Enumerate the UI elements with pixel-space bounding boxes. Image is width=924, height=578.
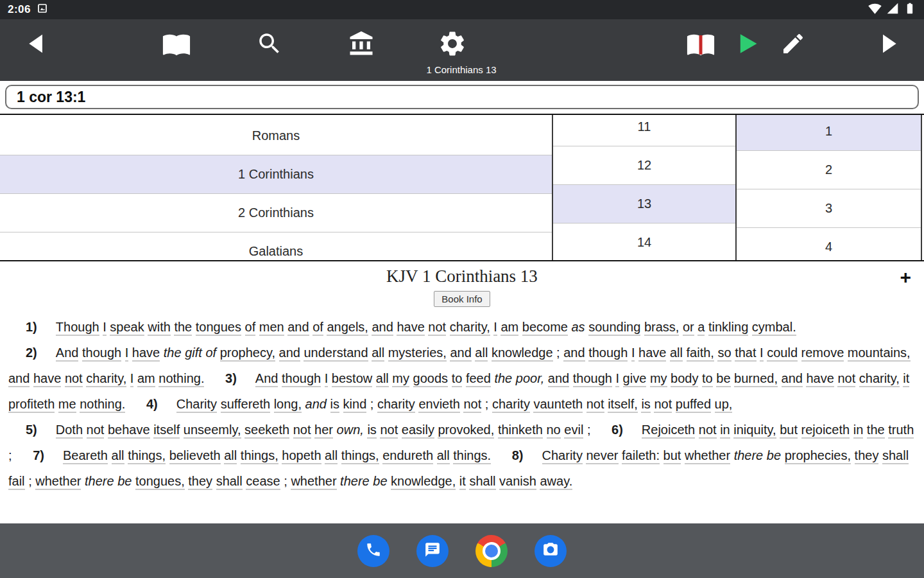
word[interactable]: though xyxy=(588,346,628,362)
word[interactable]: the xyxy=(164,346,182,360)
word[interactable]: burned, xyxy=(734,371,778,387)
word[interactable]: things, xyxy=(128,448,166,464)
word[interactable]: puffed xyxy=(676,397,711,413)
word[interactable]: remove xyxy=(801,346,844,362)
camera-app-button[interactable] xyxy=(535,535,567,567)
word[interactable]: charity xyxy=(492,397,530,413)
word[interactable]: prophecy, xyxy=(220,346,275,362)
word[interactable]: never xyxy=(586,448,618,464)
word[interactable]: nothing. xyxy=(80,397,125,413)
picker-row[interactable]: 2 xyxy=(737,151,921,189)
word[interactable]: is xyxy=(367,423,376,439)
picker-row[interactable]: Romans xyxy=(0,117,552,155)
word[interactable]: mountains, xyxy=(848,346,911,362)
word[interactable]: ; xyxy=(370,397,374,412)
word[interactable]: and xyxy=(548,371,569,387)
word[interactable]: charity, xyxy=(450,320,490,336)
edit-button[interactable] xyxy=(774,26,812,63)
word[interactable]: I xyxy=(615,371,619,387)
word[interactable]: though xyxy=(282,371,321,387)
word[interactable]: not xyxy=(87,423,105,439)
word[interactable]: have xyxy=(33,371,61,387)
word[interactable]: itself xyxy=(153,423,180,439)
word[interactable]: ; xyxy=(556,346,560,360)
word[interactable]: own, xyxy=(337,423,364,437)
word[interactable]: vanish xyxy=(499,474,536,490)
word[interactable]: to xyxy=(452,371,463,387)
word[interactable]: things, xyxy=(341,448,379,464)
word[interactable]: goods xyxy=(413,371,449,387)
word[interactable]: though xyxy=(573,371,612,387)
word[interactable]: though xyxy=(82,346,121,362)
word[interactable]: easily xyxy=(402,423,434,439)
picker-row[interactable]: 14 xyxy=(553,223,735,260)
picker-row[interactable]: 2 Corinthians xyxy=(0,194,552,232)
word[interactable]: but xyxy=(663,448,681,464)
word[interactable]: all xyxy=(670,346,683,362)
word[interactable]: to xyxy=(702,371,713,387)
word[interactable]: that xyxy=(735,346,756,362)
word[interactable]: shall xyxy=(469,474,495,490)
word[interactable]: faith, xyxy=(687,346,714,362)
word[interactable]: have xyxy=(397,320,424,336)
word[interactable]: so xyxy=(717,346,731,362)
word[interactable]: Doth xyxy=(56,423,83,439)
word[interactable]: not xyxy=(837,371,855,387)
word[interactable]: not xyxy=(586,397,604,413)
verse-number[interactable]: 2) xyxy=(26,346,37,360)
word[interactable]: not xyxy=(699,423,717,439)
word[interactable]: am xyxy=(501,320,518,336)
word[interactable]: with xyxy=(148,320,171,336)
word[interactable]: I xyxy=(325,371,329,387)
word[interactable]: profiteth xyxy=(8,397,55,413)
picker-row[interactable]: 3 xyxy=(737,189,921,228)
word[interactable]: itself, xyxy=(608,397,638,413)
word[interactable]: and xyxy=(450,346,471,362)
word[interactable]: my xyxy=(392,371,409,387)
word[interactable]: Though xyxy=(56,320,99,336)
word[interactable]: of xyxy=(312,320,323,336)
verse-number[interactable]: 4) xyxy=(146,397,158,411)
word[interactable]: provoked, xyxy=(438,423,494,439)
picker-row[interactable]: Galatians xyxy=(0,232,552,260)
word[interactable]: I xyxy=(631,346,635,362)
word[interactable]: it xyxy=(459,474,466,490)
word[interactable]: be xyxy=(117,474,132,489)
word[interactable]: tongues xyxy=(196,320,241,336)
word[interactable]: thinketh xyxy=(498,423,543,439)
picker-row[interactable]: 11 xyxy=(553,115,735,146)
word[interactable]: not xyxy=(463,397,481,413)
word[interactable]: not xyxy=(293,423,311,439)
word[interactable]: ; xyxy=(284,474,287,489)
word[interactable]: no xyxy=(547,423,561,439)
verse-number[interactable]: 6) xyxy=(612,423,623,437)
word[interactable]: a xyxy=(697,320,705,336)
word[interactable]: all xyxy=(112,448,124,464)
word[interactable]: there xyxy=(340,474,370,489)
word[interactable]: evil xyxy=(564,423,583,439)
word[interactable]: hopeth xyxy=(282,448,321,464)
chrome-app-button[interactable] xyxy=(475,535,508,567)
play-button[interactable] xyxy=(727,26,766,63)
word[interactable]: seeketh xyxy=(244,423,289,439)
word[interactable]: suffereth xyxy=(221,397,270,413)
word[interactable]: me xyxy=(58,397,76,413)
word[interactable]: prophecies, xyxy=(785,448,851,464)
word[interactable]: whether xyxy=(35,474,81,490)
word[interactable]: shall xyxy=(882,448,909,464)
word[interactable]: rejoiceth xyxy=(801,423,850,439)
word[interactable]: believeth xyxy=(169,448,221,464)
word[interactable]: charity, xyxy=(86,371,126,387)
word[interactable]: my xyxy=(650,371,667,387)
word[interactable]: I xyxy=(493,320,497,336)
word[interactable]: unseemly, xyxy=(184,423,241,439)
word[interactable]: endureth xyxy=(382,448,433,464)
word[interactable]: am xyxy=(137,371,155,387)
word[interactable]: ; xyxy=(587,423,591,437)
word[interactable]: is xyxy=(330,397,339,413)
word[interactable]: be xyxy=(373,474,387,489)
word[interactable]: up, xyxy=(715,397,733,413)
word[interactable]: and xyxy=(287,320,309,336)
word[interactable]: it xyxy=(903,371,909,387)
verse-number[interactable]: 7) xyxy=(33,448,44,462)
